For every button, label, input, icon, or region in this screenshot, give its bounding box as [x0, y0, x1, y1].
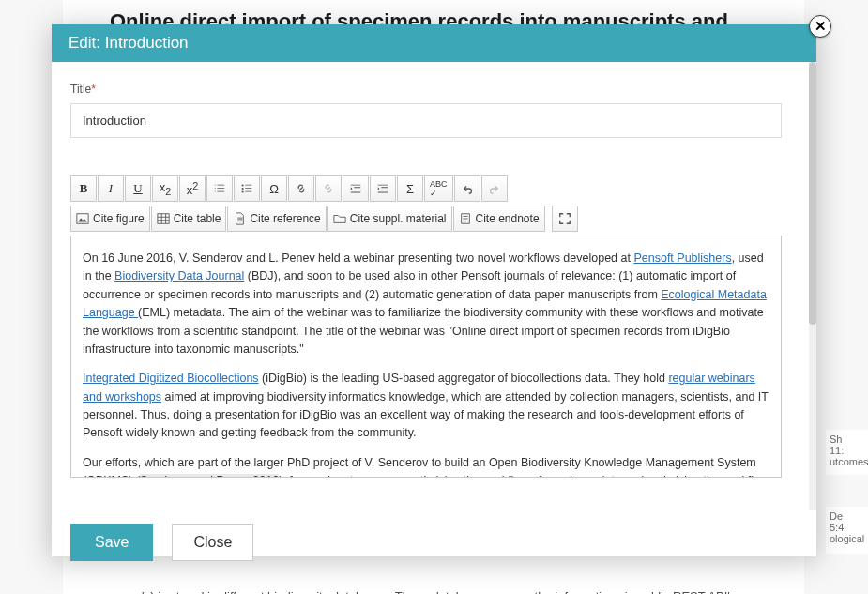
indent-icon — [376, 182, 389, 195]
undo-icon — [461, 182, 474, 195]
p2-text-a: (iDigBio) is the leading US-based aggreg… — [259, 372, 669, 385]
cite-endnote-button[interactable]: Cite endnote — [453, 206, 545, 232]
ordered-list-icon — [213, 182, 226, 195]
endnote-icon — [459, 212, 472, 225]
link-idigbio[interactable]: Integrated Digitized Biocollections — [83, 372, 259, 385]
undo-button[interactable] — [454, 175, 480, 202]
editor-content[interactable]: On 16 June 2016, V. Senderov and L. Pene… — [70, 236, 782, 478]
toolbar-row-2: Cite figure Cite table Cite reference Ci… — [70, 206, 782, 236]
table-icon — [157, 212, 170, 225]
close-icon[interactable]: ✕ — [809, 15, 831, 38]
cite-figure-label: Cite figure — [93, 212, 145, 225]
subscript-icon: x2 — [160, 180, 172, 197]
bold-button[interactable]: B — [70, 175, 97, 202]
outdent-icon — [349, 182, 362, 195]
link-biodiversity-data-journal[interactable]: Biodiversity Data Journal — [114, 269, 244, 282]
folder-icon — [333, 212, 346, 225]
toolbar-row-1: B I U x2 x2 Ω Σ ABC✓ — [70, 175, 782, 206]
cite-table-label: Cite table — [174, 212, 221, 225]
formula-button[interactable]: Σ — [397, 175, 423, 202]
title-label: Title* — [70, 83, 798, 96]
svg-point-0 — [242, 184, 244, 186]
citation-highlight[interactable]: Senderov and Penev 2016 — [140, 474, 279, 478]
indent-button[interactable] — [370, 175, 396, 202]
title-label-text: Title — [70, 83, 91, 96]
close-button[interactable]: Close — [172, 524, 253, 561]
unlink-icon — [322, 182, 335, 195]
title-input[interactable] — [70, 103, 782, 138]
unordered-list-button[interactable] — [234, 175, 260, 202]
unlink-button[interactable] — [315, 175, 342, 202]
p1-text-a: On 16 June 2016, V. Senderov and L. Pene… — [83, 251, 633, 265]
required-asterisk: * — [91, 83, 96, 96]
cite-endnote-label: Cite endnote — [476, 212, 540, 225]
svg-rect-3 — [77, 214, 88, 224]
link-button[interactable] — [288, 175, 314, 202]
subscript-button[interactable]: x2 — [152, 175, 178, 202]
ordered-list-button[interactable] — [206, 175, 233, 202]
superscript-button[interactable]: x2 — [179, 175, 206, 202]
svg-rect-4 — [158, 214, 169, 224]
svg-point-2 — [242, 190, 244, 192]
link-pensoft-publishers[interactable]: Pensoft Publishers — [633, 251, 731, 265]
redo-icon — [488, 182, 501, 195]
cite-table-button[interactable]: Cite table — [151, 206, 227, 232]
modal-header: Edit: Introduction — [52, 24, 816, 62]
cite-reference-label: Cite reference — [250, 212, 320, 225]
modal-footer: Save Close — [52, 510, 816, 574]
cite-suppl-button[interactable]: Cite suppl. material — [327, 206, 452, 232]
cite-figure-button[interactable]: Cite figure — [70, 206, 150, 232]
spellcheck-icon: ABC✓ — [430, 179, 448, 198]
special-char-button[interactable]: Ω — [261, 175, 287, 202]
svg-point-1 — [242, 188, 244, 190]
image-icon — [76, 212, 89, 225]
redo-button[interactable] — [481, 175, 508, 202]
outdent-button[interactable] — [343, 175, 369, 202]
unordered-list-icon — [240, 182, 253, 195]
editor-paragraph-1: On 16 June 2016, V. Senderov and L. Pene… — [83, 250, 769, 358]
modal-body: Title* B I U x2 x2 Ω Σ ABC✓ — [52, 62, 816, 510]
link-icon — [295, 182, 308, 195]
editor-toolbar: B I U x2 x2 Ω Σ ABC✓ Cite fi — [70, 175, 782, 236]
superscript-icon: x2 — [187, 180, 199, 197]
fullscreen-button[interactable] — [552, 206, 578, 232]
italic-button[interactable]: I — [98, 175, 124, 202]
modal-scrollbar-thumb[interactable] — [809, 62, 816, 325]
p1-text-d: (EML) metadata. The aim of the webinar w… — [83, 306, 764, 356]
document-icon — [233, 212, 246, 225]
save-button[interactable]: Save — [70, 524, 153, 561]
cite-reference-button[interactable]: Cite reference — [227, 206, 326, 232]
p2-text-b: aimed at improving biodiversity informat… — [83, 390, 769, 440]
edit-modal: Edit: Introduction Title* B I U x2 x2 Ω — [52, 24, 816, 556]
underline-button[interactable]: U — [125, 175, 151, 202]
modal-scrollbar-track[interactable] — [809, 62, 816, 510]
cite-suppl-label: Cite suppl. material — [350, 212, 447, 225]
spellcheck-button[interactable]: ABC✓ — [424, 175, 453, 202]
editor-paragraph-3: Our efforts, which are part of the large… — [83, 454, 769, 478]
fullscreen-icon — [558, 212, 571, 225]
editor-paragraph-2: Integrated Digitized Biocollections (iDi… — [83, 370, 769, 443]
